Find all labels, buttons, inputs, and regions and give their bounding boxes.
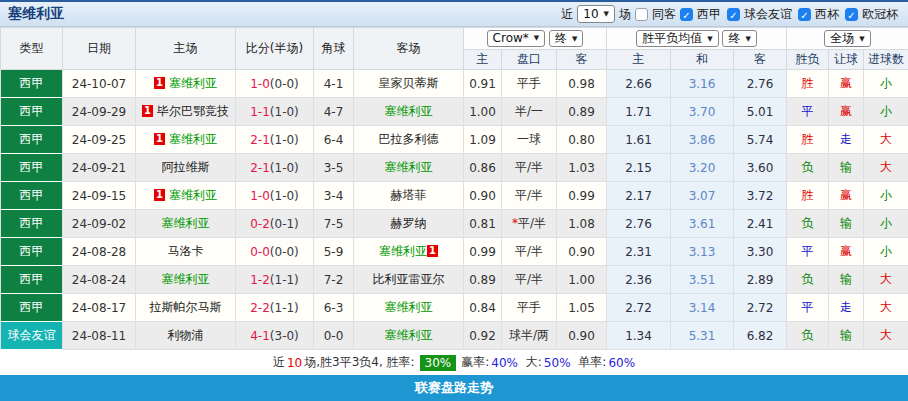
rank-badge: 1: [427, 245, 438, 257]
chevron-down-icon: ▼: [707, 35, 712, 43]
chevron-down-icon: ▼: [604, 10, 609, 18]
league-type-label: 西甲: [20, 104, 44, 118]
away-team[interactable]: 皇家贝蒂斯: [379, 76, 439, 90]
rank-badge: 1: [142, 105, 153, 117]
halftime-score: (1-1): [270, 273, 299, 287]
home-team[interactable]: 塞维利亚: [169, 132, 217, 146]
summary-record: 场,胜3平3负4, 胜率:: [304, 354, 414, 371]
subheader-goals: 进球数: [864, 50, 908, 70]
handicap-result-value: 赢: [840, 188, 852, 202]
date-cell: 24-08-11: [63, 322, 136, 350]
home-team[interactable]: 塞维利亚: [169, 76, 217, 90]
home-odds-cell: 1.09: [464, 126, 502, 154]
handicap-result-value: 输: [840, 160, 852, 174]
away-team[interactable]: 塞维利亚: [379, 244, 427, 258]
avg-draw-cell: 5.31: [671, 322, 734, 350]
avg-draw-cell: 3.86: [671, 126, 734, 154]
handicap-label: 球半/两: [509, 328, 549, 342]
league-type-label: 西甲: [20, 188, 44, 202]
home-team[interactable]: 马洛卡: [168, 244, 204, 258]
table-row: 西甲 24-09-25 1 塞维利亚 2-1(1-0) 6-4 巴拉多利德 1.…: [1, 126, 908, 154]
subheader-handicap-result: 让球: [829, 50, 864, 70]
away-team[interactable]: 塞维利亚: [385, 104, 433, 118]
away-cell: 塞维利亚: [354, 154, 464, 182]
date-cell: 24-09-15: [63, 182, 136, 210]
same-away-checkbox[interactable]: [635, 8, 648, 21]
avg-away-cell: 2.76: [734, 70, 787, 98]
filter-controls: 近 10 ▼ 场 同客 ✓ 西甲 ✓ 球会友谊 ✓ 西杯 ✓ 欧冠杯: [561, 5, 900, 23]
avg-draw-cell: 3.13: [671, 238, 734, 266]
outcome-value: 胜: [802, 188, 814, 202]
goals-result-cell: 小: [864, 210, 908, 238]
handicap-cell: 平/半: [502, 154, 557, 182]
league-type-label: 西甲: [20, 216, 44, 230]
home-cell: 马洛卡: [136, 238, 236, 266]
avg-select[interactable]: 胜平负均值 ▼: [636, 30, 718, 47]
bookmaker-select-value: Crow*: [493, 31, 529, 45]
table-row: 西甲 24-08-28 马洛卡 0-0(0-0) 5-9 塞维利亚1 0.99 …: [1, 238, 908, 266]
avg-draw-cell: 3.70: [671, 98, 734, 126]
chevron-down-icon: ▼: [572, 35, 577, 43]
away-team[interactable]: 赫罗纳: [391, 216, 427, 230]
league-type-label: 西甲: [20, 272, 44, 286]
away-team[interactable]: 塞维利亚: [385, 328, 433, 342]
away-team[interactable]: 比利亚雷亚尔: [373, 272, 445, 286]
league-checkbox-friendly[interactable]: ✓: [727, 8, 740, 21]
away-team[interactable]: 巴拉多利德: [379, 132, 439, 146]
date-cell: 24-08-17: [63, 294, 136, 322]
away-cell: 比利亚雷亚尔: [354, 266, 464, 294]
away-team[interactable]: 赫塔菲: [391, 188, 427, 202]
matches-table: 类型 日期 主场 比分(半场) 角球 客场 Crow* ▼ 终 ▼: [0, 27, 908, 350]
handicap-label: 平/半: [515, 188, 543, 202]
handicap-cell: *平/半: [502, 210, 557, 238]
home-team[interactable]: 拉斯帕尔马斯: [150, 300, 222, 314]
handicap-result-value: 赢: [840, 244, 852, 258]
avg-draw-cell: 3.20: [671, 154, 734, 182]
date-cell: 24-09-25: [63, 126, 136, 154]
home-odds-cell: 0.86: [464, 154, 502, 182]
home-team[interactable]: 塞维利亚: [162, 216, 210, 230]
handicap-rate-value: 40%: [491, 356, 518, 370]
league-label-friendly: 球会友谊: [744, 6, 792, 23]
away-team[interactable]: 塞维利亚: [385, 300, 433, 314]
home-team[interactable]: 利物浦: [168, 328, 204, 342]
away-team[interactable]: 塞维利亚: [385, 160, 433, 174]
scope-select[interactable]: 全场 ▼: [824, 30, 870, 47]
subheader-odds-away: 客: [557, 50, 607, 70]
handicap-cell: 平/半: [502, 238, 557, 266]
table-row: 西甲 24-09-15 1 塞维利亚 1-0(1-0) 3-4 赫塔菲 0.90…: [1, 182, 908, 210]
fulltime-score: 0-2: [250, 217, 270, 231]
home-team[interactable]: 塞维利亚: [169, 188, 217, 202]
avg-away-cell: 3.72: [734, 182, 787, 210]
goals-result-value: 大: [880, 328, 892, 342]
result-group-header: 全场 ▼: [787, 28, 908, 50]
handicap-result-value: 输: [840, 328, 852, 342]
handicap-cell: 球半/两: [502, 322, 557, 350]
home-team[interactable]: 阿拉维斯: [162, 160, 210, 174]
bookmaker-select[interactable]: Crow* ▼: [487, 30, 546, 47]
home-team[interactable]: 塞维利亚: [162, 272, 210, 286]
league-checkbox-copa[interactable]: ✓: [798, 8, 811, 21]
league-checkbox-ucl[interactable]: ✓: [845, 8, 858, 21]
goals-result-value: 小: [880, 76, 892, 90]
goals-result-cell: 小: [864, 238, 908, 266]
handicap-cell: 平手: [502, 70, 557, 98]
goals-result-cell: 小: [864, 70, 908, 98]
league-checkbox-laliga[interactable]: ✓: [680, 8, 693, 21]
odds-time-select[interactable]: 终 ▼: [549, 30, 583, 47]
recent-count-select[interactable]: 10 ▼: [577, 5, 615, 23]
table-row: 西甲 24-09-21 阿拉维斯 2-1(1-0) 3-5 塞维利亚 0.86 …: [1, 154, 908, 182]
home-cell: 塞维利亚: [136, 210, 236, 238]
subheader-avg-home: 主: [607, 50, 671, 70]
outcome-value: 负: [802, 272, 814, 286]
win-rate-badge: 30%: [420, 355, 457, 371]
avg-time-select[interactable]: 终 ▼: [722, 30, 756, 47]
goals-result-value: 小: [880, 188, 892, 202]
away-odds-cell: 1.03: [557, 154, 607, 182]
fulltime-score: 2-1: [250, 161, 270, 175]
home-team[interactable]: 毕尔巴鄂竞技: [157, 104, 229, 118]
goals-result-value: 大: [880, 272, 892, 286]
home-cell: 1 塞维利亚: [136, 126, 236, 154]
table-row: 西甲 24-09-29 1 毕尔巴鄂竞技 1-1(1-0) 4-7 塞维利亚 1…: [1, 98, 908, 126]
goals-result-value: 大: [880, 300, 892, 314]
